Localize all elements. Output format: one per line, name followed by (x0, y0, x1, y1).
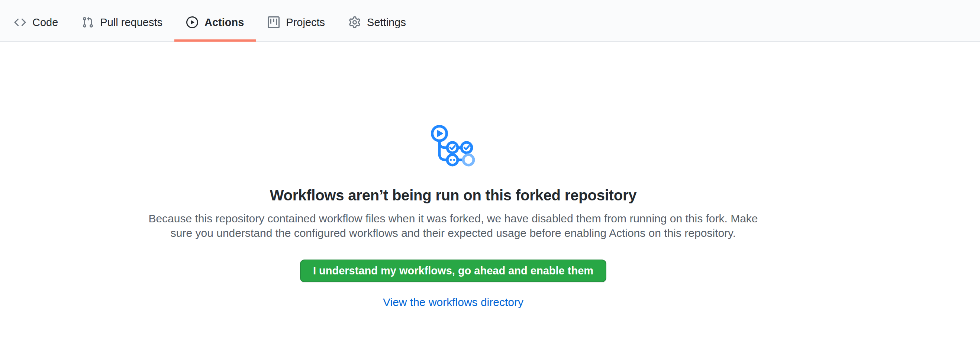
git-pull-request-icon (82, 16, 94, 28)
tab-label: Code (32, 16, 58, 29)
tab-label: Actions (204, 16, 244, 29)
gear-icon (349, 16, 361, 28)
enable-workflows-button[interactable]: I understand my workflows, go ahead and … (300, 259, 606, 282)
tab-code[interactable]: Code (2, 0, 70, 42)
tab-pull-requests[interactable]: Pull requests (70, 0, 174, 42)
play-circle-icon (186, 16, 198, 28)
blankslate-description: Because this repository contained workfl… (148, 211, 758, 240)
project-board-icon (268, 16, 280, 28)
code-icon (14, 16, 26, 28)
tab-actions[interactable]: Actions (174, 0, 256, 42)
tab-label: Projects (286, 16, 325, 29)
workflow-graph-icon (431, 125, 476, 169)
tab-projects[interactable]: Projects (256, 0, 337, 42)
view-workflows-link[interactable]: View the workflows directory (383, 295, 523, 309)
repo-tab-bar: Code Pull requests Actions Projects Sett… (0, 0, 980, 42)
blankslate-heading: Workflows aren’t being run on this forke… (270, 186, 637, 205)
actions-blankslate: Workflows aren’t being run on this forke… (0, 42, 980, 309)
tab-settings[interactable]: Settings (337, 0, 418, 42)
tab-label: Settings (367, 16, 406, 29)
tab-label: Pull requests (100, 16, 162, 29)
